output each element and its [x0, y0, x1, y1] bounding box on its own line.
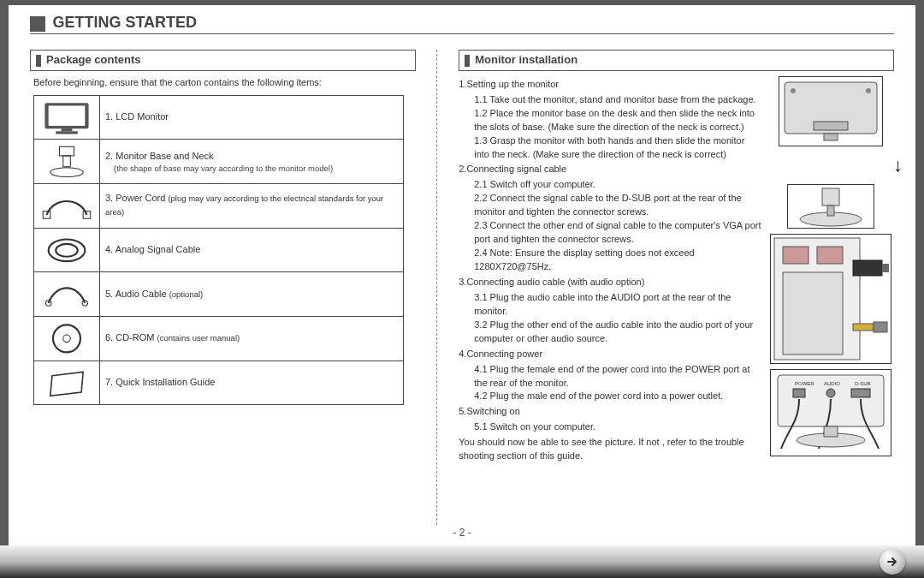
item-image-guide: [34, 361, 100, 405]
port-label-power: POWER: [795, 381, 814, 386]
item-note: (the shape of base may vary according to…: [114, 164, 398, 174]
step-3-1: 3.1 Plug the audio cable into the AUDIO …: [474, 291, 762, 319]
item-image-monitor: [34, 95, 100, 140]
step-1: 1.Setting up the monitor: [459, 78, 762, 92]
item-num: 6.: [105, 332, 113, 343]
svg-rect-27: [783, 272, 843, 355]
arrow-right-icon: [886, 555, 899, 569]
svg-point-6: [50, 168, 83, 177]
installation-diagrams: ↓: [767, 76, 894, 465]
svg-point-14: [63, 335, 71, 343]
svg-point-34: [826, 389, 835, 397]
svg-rect-28: [853, 260, 882, 276]
diagram-stand-neck: [787, 184, 874, 229]
item-note: (optional): [169, 289, 204, 299]
step-5: 5.Switching on: [459, 405, 762, 419]
svg-point-10: [56, 244, 78, 257]
step-3: 3.Connecting audio cable (with audio opt…: [459, 276, 762, 289]
arrow-down-icon: ↓: [893, 152, 903, 179]
item-num: 2.: [105, 151, 113, 161]
heading-text: Package contents: [46, 53, 141, 66]
item-label: Monitor Base and Neck: [116, 151, 213, 161]
step-2-1: 2.1 Switch off your computer.: [474, 178, 762, 192]
item-num: 5.: [105, 289, 113, 299]
svg-rect-3: [56, 131, 78, 134]
step-4: 4.Connecting power: [459, 348, 762, 361]
svg-point-9: [49, 239, 86, 261]
title-block-icon: [30, 16, 45, 32]
column-monitor-installation: Monitor installation 1.Setting up the mo…: [459, 50, 894, 525]
port-label-audio: AUDIO: [824, 381, 840, 386]
section-heading-package: Package contents: [30, 50, 416, 71]
table-row: 6. CD-ROM (contains user manual): [34, 317, 404, 361]
table-row: 4. Analog Signal Cable: [34, 228, 404, 272]
svg-rect-37: [824, 426, 838, 437]
svg-point-13: [53, 325, 80, 352]
step-2-4: 2.4 Note: Ensure the display setting doe…: [474, 247, 762, 274]
page-title-row: GETTING STARTED: [30, 14, 894, 34]
svg-point-20: [866, 88, 871, 93]
step-4-2: 4.2 Plug the male end of the power cord …: [474, 390, 762, 403]
svg-rect-2: [62, 128, 73, 131]
step-3-2: 3.2 Plug the other end of the audio cabl…: [474, 319, 762, 346]
item-label: CD-ROM: [116, 332, 154, 343]
diagram-monitor-back: [779, 76, 883, 146]
item-num: 1.: [105, 111, 113, 122]
svg-rect-29: [882, 264, 889, 272]
manual-page: GETTING STARTED Package contents Before …: [9, 5, 915, 545]
item-label: Audio Cable: [116, 289, 167, 299]
item-text: 3. Power Cord (plug may vary according t…: [100, 184, 404, 229]
item-num: 7.: [105, 377, 113, 387]
item-label: Quick Installation Guide: [116, 377, 215, 387]
svg-rect-1: [49, 105, 86, 125]
diagram-ports: POWER AUDIO D-SUB: [770, 369, 891, 456]
package-intro: Before beginning, ensure that the carton…: [33, 76, 416, 90]
section-heading-installation: Monitor installation: [459, 50, 894, 71]
item-label: Analog Signal Cable: [116, 244, 201, 254]
port-label-dsub: D-SUB: [855, 381, 871, 386]
svg-rect-5: [63, 156, 71, 167]
item-label: Power Cord: [116, 193, 165, 203]
svg-marker-15: [50, 372, 83, 396]
item-num: 4.: [105, 244, 113, 254]
column-divider: [436, 50, 438, 525]
svg-rect-18: [824, 134, 838, 140]
installation-steps: 1.Setting up the monitor 1.1 Take out th…: [459, 76, 762, 465]
page-number: - 2 -: [30, 527, 894, 539]
svg-rect-26: [817, 247, 843, 264]
item-text: 7. Quick Installation Guide: [100, 361, 404, 405]
heading-bar-icon: [36, 55, 41, 67]
table-row: 5. Audio Cable (optional): [34, 272, 404, 317]
svg-rect-35: [851, 389, 870, 397]
svg-rect-21: [822, 188, 839, 206]
column-package-contents: Package contents Before beginning, ensur…: [30, 50, 416, 525]
step-5-1: 5.1 Switch on your computer.: [474, 420, 762, 434]
svg-rect-31: [874, 322, 887, 332]
item-image-audiocable: [34, 272, 100, 317]
svg-rect-33: [793, 389, 805, 397]
viewer-footer: [0, 545, 924, 578]
page-title: GETTING STARTED: [52, 14, 197, 31]
svg-point-19: [791, 88, 796, 93]
svg-rect-25: [783, 247, 808, 264]
step-2-2: 2.2 Connect the signal cable to the D-SU…: [474, 192, 762, 219]
table-row: 7. Quick Installation Guide: [34, 361, 404, 405]
item-image-cdrom: [34, 317, 100, 361]
content-columns: Package contents Before beginning, ensur…: [30, 50, 894, 525]
item-image-signalcable: [34, 228, 100, 272]
installation-body: 1.Setting up the monitor 1.1 Take out th…: [459, 76, 894, 465]
step-1-1: 1.1 Take out the monitor, stand and moni…: [474, 93, 762, 107]
svg-rect-17: [814, 122, 848, 130]
package-contents-table: 1. LCD Monitor 2. Monitor Base and Neck …: [33, 95, 404, 406]
table-row: 3. Power Cord (plug may vary according t…: [34, 184, 404, 229]
step-1-2: 1.2 Place the monitor base on the desk a…: [474, 107, 762, 134]
item-text: 4. Analog Signal Cable: [100, 228, 404, 272]
step-4-1: 4.1 Plug the female end of the power cor…: [474, 363, 762, 390]
closing-note: You should now be able to see the pictur…: [459, 436, 762, 463]
item-text: 1. LCD Monitor: [100, 95, 404, 140]
svg-rect-23: [827, 206, 834, 216]
next-page-button[interactable]: [880, 549, 905, 575]
step-1-3: 1.3 Grasp the monitor with both hands an…: [474, 134, 762, 162]
table-row: 1. LCD Monitor: [34, 95, 404, 140]
heading-text: Monitor installation: [475, 53, 578, 66]
